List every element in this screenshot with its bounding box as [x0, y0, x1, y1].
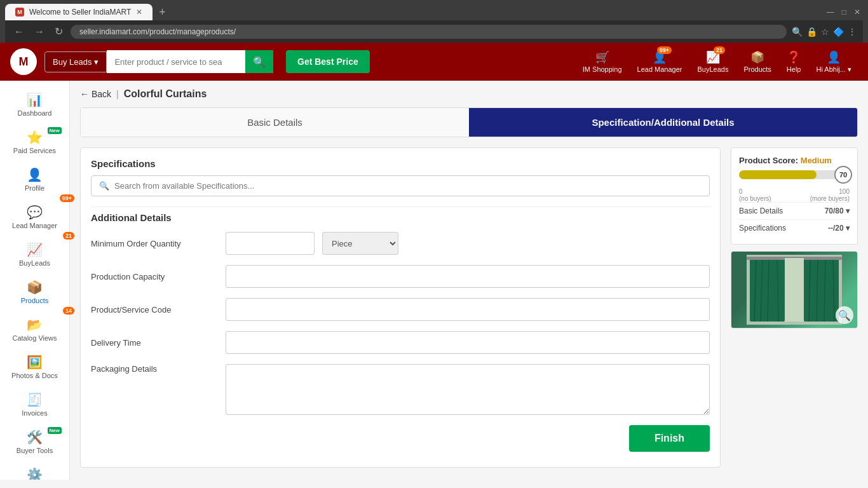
zoom-icon[interactable]: 🔍 — [836, 306, 853, 324]
right-panel: Product Score: Medium 70 0 — [731, 147, 858, 468]
sidebar-label-paid-services: Paid Services — [13, 147, 56, 154]
browser-menu-icon[interactable]: ⋮ — [848, 27, 857, 37]
tab-spec-additional-details[interactable]: Specification/Additional Details — [469, 108, 857, 137]
address-bar: ← → ↻ 🔍 🔒 ☆ 🔷 ⋮ — [5, 20, 863, 43]
page-title: Colorful Curtains — [124, 88, 207, 100]
sidebar-item-buyleads[interactable]: 📈 21 BuyLeads — [0, 236, 69, 273]
spec-search-input[interactable] — [114, 181, 702, 191]
tab-close-icon[interactable]: ✕ — [136, 8, 142, 17]
delivery-time-label: Delivery Time — [91, 338, 218, 348]
score-circle: 70 — [834, 166, 852, 184]
score-value: 70 — [839, 171, 847, 179]
search-input[interactable] — [107, 50, 245, 73]
products-sidebar-icon: 📦 — [27, 280, 43, 295]
sidebar: 📊 Dashboard ⭐ Paid Services New 👤 Profil… — [0, 81, 70, 480]
sidebar-item-lead-manager[interactable]: 💬 99+ Lead Manager — [0, 198, 69, 236]
forward-nav-button[interactable]: → — [32, 25, 47, 39]
browser-zoom-icon: 🔍 — [792, 27, 803, 37]
buyer-tools-icon: 🛠️ — [27, 430, 43, 445]
sidebar-label-invoices: Invoices — [22, 409, 47, 417]
score-detail-basic: Basic Details 70/80 ▾ — [739, 202, 850, 219]
sidebar-item-products[interactable]: 📦 Products — [0, 273, 69, 311]
lead-manager-sidebar-badge: 99+ — [60, 194, 74, 202]
tab-title: Welcome to Seller IndiaMART — [29, 8, 131, 17]
production-capacity-label: Production Capacity — [91, 272, 218, 281]
header-nav-icons: 🛒 IM Shopping 👤 99+ Lead Manager 📈 21 Bu… — [576, 48, 858, 76]
user-icon: 👤 — [827, 50, 841, 64]
delivery-time-input[interactable] — [226, 331, 710, 354]
buyleads-badge: 21 — [714, 46, 725, 54]
moq-input[interactable] — [226, 232, 315, 255]
sidebar-item-dashboard[interactable]: 📊 Dashboard — [0, 86, 69, 123]
nav-item-buyleads[interactable]: 📈 21 BuyLeads — [691, 48, 735, 76]
packaging-details-label: Packaging Details — [91, 364, 218, 374]
sidebar-item-settings[interactable]: ⚙️ Settings — [0, 461, 69, 480]
nav-item-products[interactable]: 📦 Products — [737, 48, 777, 76]
browser-chrome: M Welcome to Seller IndiaMART ✕ + — □ ✕ … — [0, 0, 868, 43]
back-nav-button[interactable]: ← — [11, 25, 27, 39]
buy-leads-chevron-icon: ▾ — [94, 57, 98, 67]
score-min-label: 0 — [739, 188, 771, 195]
nav-item-help[interactable]: ❓ Help — [780, 48, 808, 76]
address-input[interactable] — [71, 25, 787, 39]
form-tabs: Basic Details Specification/Additional D… — [80, 107, 858, 137]
browser-star-icon: ☆ — [821, 27, 829, 37]
search-button[interactable]: 🔍 — [245, 50, 273, 73]
packaging-details-textarea[interactable] — [226, 364, 710, 415]
help-icon: ❓ — [787, 50, 801, 64]
browser-ext-icon: 🔷 — [833, 27, 844, 37]
main-container: 📊 Dashboard ⭐ Paid Services New 👤 Profil… — [0, 81, 868, 480]
sidebar-item-catalog-views[interactable]: 📂 14 Catalog Views — [0, 311, 69, 348]
nav-label-buyleads: BuyLeads — [697, 65, 728, 73]
nav-item-lead-manager[interactable]: 👤 99+ Lead Manager — [631, 48, 689, 76]
nav-label-shopping: IM Shopping — [583, 65, 622, 73]
new-tab-button[interactable]: + — [155, 4, 170, 20]
moq-row: Minimum Order Quantity Piece Set Unit — [91, 232, 710, 255]
indiamart-logo: M — [10, 48, 37, 75]
score-bar-container: 70 — [739, 170, 850, 179]
finish-button[interactable]: Finish — [629, 425, 710, 452]
back-button[interactable]: ← Back — [80, 89, 111, 99]
products-icon: 📦 — [750, 50, 764, 64]
product-service-code-input[interactable] — [226, 298, 710, 321]
close-button[interactable]: ✕ — [851, 8, 863, 17]
nav-label-help: Help — [787, 65, 801, 73]
moq-label: Minimum Order Quantity — [91, 239, 218, 248]
sidebar-item-profile[interactable]: 👤 Profile — [0, 161, 69, 198]
score-title: Product Score: Medium — [739, 156, 850, 165]
buy-leads-button[interactable]: Buy Leads ▾ — [44, 51, 107, 72]
catalog-views-badge: 14 — [63, 307, 74, 315]
unit-select[interactable]: Piece Set Unit — [322, 232, 398, 255]
browser-tab[interactable]: M Welcome to Seller IndiaMART ✕ — [5, 4, 153, 20]
score-detail-specs-label: Specifications — [739, 224, 786, 233]
additional-details-title: Additional Details — [91, 207, 710, 223]
sidebar-item-photos-docs[interactable]: 🖼️ Photos & Docs — [0, 348, 69, 386]
product-score-card: Product Score: Medium 70 0 — [731, 147, 858, 245]
finish-row: Finish — [91, 425, 710, 457]
spec-search-icon: 🔍 — [99, 181, 109, 191]
nav-item-user[interactable]: 👤 Hi Abhij... ▾ — [810, 48, 858, 76]
production-capacity-input[interactable] — [226, 265, 710, 288]
paid-services-new-badge: New — [48, 127, 62, 134]
buyleads-sidebar-icon: 📈 21 — [27, 242, 43, 257]
svg-rect-12 — [785, 258, 804, 322]
nav-item-shopping[interactable]: 🛒 IM Shopping — [576, 48, 628, 76]
profile-icon: 👤 — [27, 167, 43, 182]
sidebar-item-paid-services[interactable]: ⭐ Paid Services New — [0, 123, 69, 161]
buyleads-icon: 📈 21 — [706, 50, 720, 64]
paid-services-icon: ⭐ — [27, 130, 43, 145]
sidebar-item-buyer-tools[interactable]: 🛠️ Buyer Tools New — [0, 423, 69, 461]
score-detail-specs: Specifications --/20 ▾ — [739, 219, 850, 236]
sidebar-item-invoices[interactable]: 🧾 Invoices — [0, 386, 69, 423]
maximize-button[interactable]: □ — [839, 8, 849, 17]
tab-basic-details[interactable]: Basic Details — [81, 108, 469, 137]
minimize-button[interactable]: — — [824, 8, 837, 17]
content-area: ← Back | Colorful Curtains Basic Details… — [70, 81, 868, 480]
get-best-price-button[interactable]: Get Best Price — [286, 50, 370, 73]
score-min-sub: (no buyers) — [739, 195, 771, 202]
reload-button[interactable]: ↻ — [52, 24, 65, 39]
lead-manager-icon: 👤 99+ — [653, 50, 667, 64]
packaging-details-row: Packaging Details — [91, 364, 710, 415]
catalog-views-icon: 📂 14 — [27, 317, 43, 332]
window-controls: — □ ✕ — [824, 8, 863, 17]
